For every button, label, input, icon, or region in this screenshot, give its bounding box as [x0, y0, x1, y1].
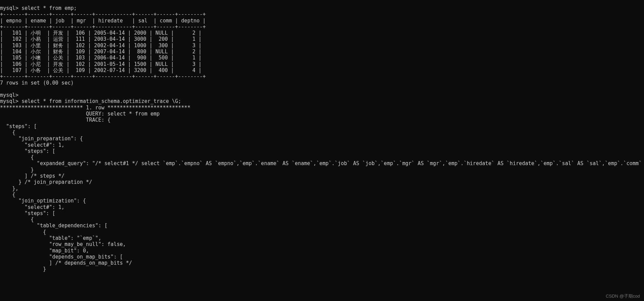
watermark: CSDN @子期cod [606, 294, 640, 299]
terminal-output: mysql> select * from emp; +-------+-----… [0, 5, 644, 272]
